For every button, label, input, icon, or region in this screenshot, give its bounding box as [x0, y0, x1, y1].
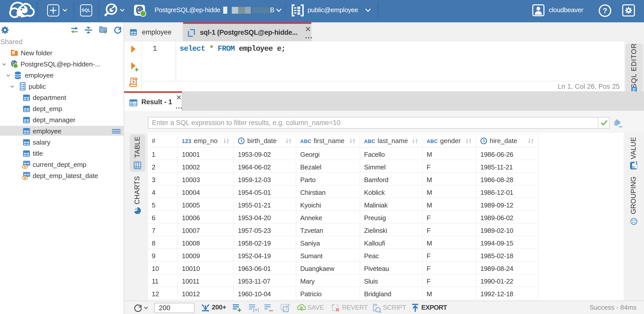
svg-text:?: ?: [603, 6, 607, 15]
svg-text:(+): (+): [253, 307, 259, 312]
